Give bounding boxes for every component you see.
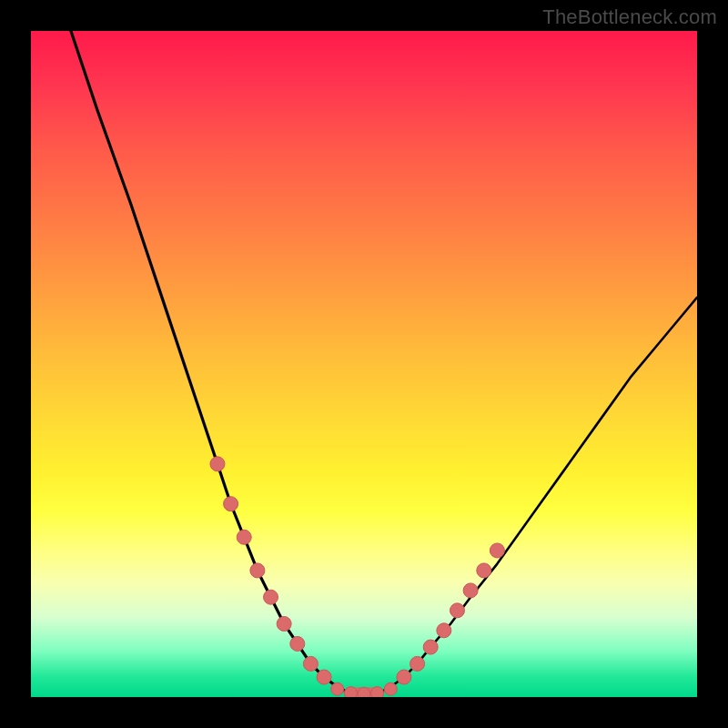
watermark-text: TheBottleneck.com [542,5,717,29]
svg-point-5 [264,590,278,604]
svg-point-11 [410,656,425,671]
svg-point-4 [250,563,265,578]
plot-area [31,31,697,697]
svg-point-12 [423,640,438,654]
svg-point-13 [437,623,451,638]
curve-lines [71,31,697,693]
svg-point-3 [237,530,251,544]
data-markers [210,457,504,697]
svg-point-7 [290,636,305,651]
svg-point-17 [490,543,504,558]
svg-point-1 [210,457,225,471]
svg-point-19 [344,687,357,697]
chart-svg [31,31,697,697]
svg-point-18 [331,682,344,695]
svg-point-15 [463,583,478,598]
svg-point-20 [358,687,370,697]
svg-point-22 [384,682,397,695]
svg-point-10 [397,670,411,684]
svg-point-9 [317,670,331,684]
svg-point-16 [477,563,491,578]
svg-point-2 [224,497,238,511]
chart-frame: TheBottleneck.com [0,0,728,728]
svg-point-21 [371,687,384,697]
svg-point-6 [277,616,291,631]
svg-point-8 [303,656,318,671]
svg-point-14 [450,603,464,618]
